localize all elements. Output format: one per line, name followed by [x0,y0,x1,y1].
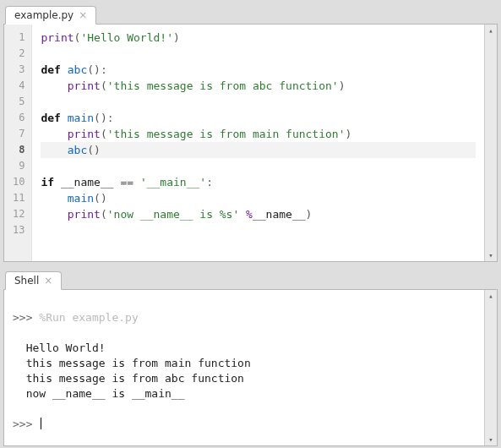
code-area[interactable]: print('Hello World!') def abc(): print('… [32,25,484,261]
shell-output-line: this message is from abc function [13,371,477,386]
code-line: main() [41,190,476,206]
shell-blank [13,402,477,417]
line-number: 3 [13,62,25,78]
shell-prompt: >>> [13,311,32,324]
editor-panel: example.py × 12345678910111213 print('He… [3,2,498,262]
editor-frame: 12345678910111213 print('Hello World!') … [3,24,498,262]
scroll-up-icon[interactable]: ▴ [485,290,497,302]
line-number: 13 [13,222,25,238]
code-line: if __name__ == '__main__': [41,174,476,190]
line-number: 4 [13,78,25,94]
line-number: 6 [13,110,25,126]
code-line: def main(): [41,110,476,126]
close-icon[interactable]: × [79,10,87,20]
code-line [41,94,476,110]
code-line: print('this message is from main functio… [41,126,476,142]
shell-prompt: >>> [13,418,32,430]
line-number: 11 [13,190,25,206]
shell-output-line: this message is from main function [13,356,477,371]
code-line [41,222,476,238]
code-line: print('now __name__ is %s' %__name__) [41,206,476,222]
line-number: 5 [13,94,25,110]
code-line [41,46,476,62]
shell-tabbar: Shell × [3,267,498,289]
line-number: 10 [13,174,25,190]
line-number: 12 [13,206,25,222]
shell-input-line: >>> [13,417,477,432]
shell-tab-label: Shell [14,275,39,287]
shell-blank [13,295,477,310]
shell-panel: Shell × >>> %Run example.py Hello World!… [3,267,498,446]
text-cursor [41,418,41,429]
line-number: 9 [13,158,25,174]
line-number: 1 [13,30,25,46]
shell-tab[interactable]: Shell × [5,271,62,290]
code-line: print('Hello World!') [41,30,476,46]
code-line: def abc(): [41,62,476,78]
shell-blank [13,325,477,341]
shell-frame: >>> %Run example.py Hello World! this me… [3,289,498,446]
editor-tab[interactable]: example.py × [5,6,96,25]
line-number: 8 [13,142,25,158]
shell-output-line: Hello World! [13,341,477,356]
shell-area[interactable]: >>> %Run example.py Hello World! this me… [4,290,484,445]
scroll-down-icon[interactable]: ▾ [485,434,497,445]
editor-tabbar: example.py × [3,2,498,24]
scroll-down-icon[interactable]: ▾ [485,249,497,261]
line-number-gutter: 12345678910111213 [4,25,32,261]
code-line: abc() [41,142,476,158]
shell-run-line: >>> %Run example.py [13,310,477,325]
shell-output-line: now __name__ is __main__ [13,386,477,402]
scroll-up-icon[interactable]: ▴ [485,25,497,36]
editor-scrollbar[interactable]: ▴ ▾ [484,25,497,261]
close-icon[interactable]: × [44,276,52,286]
editor-scroll: 12345678910111213 print('Hello World!') … [4,25,484,261]
code-line [41,158,476,174]
shell-scrollbar[interactable]: ▴ ▾ [484,290,497,445]
shell-run-cmd: %Run example.py [39,311,138,324]
line-number: 7 [13,126,25,142]
code-line: print('this message is from abc function… [41,78,476,94]
editor-tab-label: example.py [14,9,74,21]
line-number: 2 [13,46,25,62]
